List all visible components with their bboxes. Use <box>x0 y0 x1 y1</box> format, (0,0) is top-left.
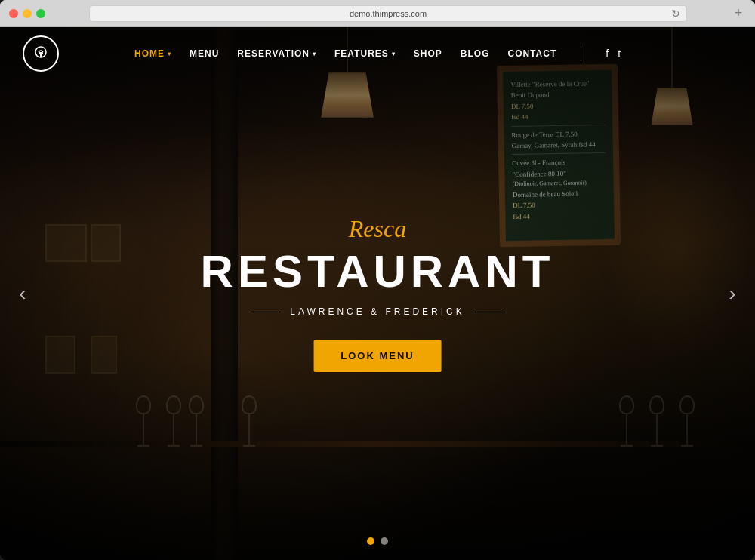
slider-prev-button[interactable]: ‹ <box>8 278 38 309</box>
nav-social: f t <box>606 48 621 60</box>
slider-dot-2[interactable] <box>381 537 388 545</box>
subtitle-line-left <box>251 312 281 312</box>
hero-subtitle: LAWRENCE & FREDERICK <box>201 306 555 317</box>
logo[interactable] <box>23 35 59 72</box>
url-text: demo.thimpress.com <box>350 9 427 18</box>
features-chevron: ▾ <box>392 51 396 57</box>
slider-dot-1[interactable] <box>367 537 374 545</box>
close-button[interactable] <box>9 9 18 18</box>
nav-links: HOME ▾ MENU RESERVATION ▾ FEATURES ▾ SHO… <box>134 46 621 61</box>
browser-window: demo.thimpress.com ↻ + Vil <box>0 0 755 560</box>
nav-reservation[interactable]: RESERVATION ▾ <box>237 48 316 59</box>
nav-menu[interactable]: MENU <box>190 48 219 59</box>
nav-blog[interactable]: BLOG <box>461 48 490 59</box>
svg-rect-2 <box>40 54 42 57</box>
traffic-lights <box>9 9 45 18</box>
nav-shop[interactable]: SHOP <box>414 48 442 59</box>
twitter-icon[interactable]: t <box>618 48 621 60</box>
hero-script-text: Resca <box>201 215 555 243</box>
cta-button[interactable]: LOOK MENU <box>313 340 441 372</box>
maximize-button[interactable] <box>36 9 45 18</box>
nav-features[interactable]: FEATURES ▾ <box>334 48 396 59</box>
browser-titlebar: demo.thimpress.com ↻ + <box>0 0 755 27</box>
home-chevron: ▾ <box>168 51 171 57</box>
subtitle-line-right <box>474 312 504 312</box>
navigation: HOME ▾ MENU RESERVATION ▾ FEATURES ▾ SHO… <box>0 27 755 80</box>
hero-title: RESTAURANT <box>201 249 555 294</box>
hero-content: Resca RESTAURANT LAWRENCE & FREDERICK LO… <box>201 215 555 372</box>
refresh-icon[interactable]: ↻ <box>671 8 680 20</box>
nav-home[interactable]: HOME ▾ <box>134 48 171 59</box>
reservation-chevron: ▾ <box>313 51 316 57</box>
nav-contact[interactable]: CONTACT <box>508 48 557 59</box>
address-bar[interactable]: demo.thimpress.com ↻ <box>89 5 687 22</box>
nav-divider <box>581 46 581 61</box>
website-content: Villette "Reserve de la Crue" Beoit Dupo… <box>0 27 755 560</box>
slider-dots <box>367 537 388 545</box>
minimize-button[interactable] <box>23 9 32 18</box>
slider-next-button[interactable]: › <box>717 278 747 309</box>
new-tab-button[interactable]: + <box>731 6 746 21</box>
facebook-icon[interactable]: f <box>606 48 609 60</box>
svg-rect-1 <box>39 52 43 54</box>
